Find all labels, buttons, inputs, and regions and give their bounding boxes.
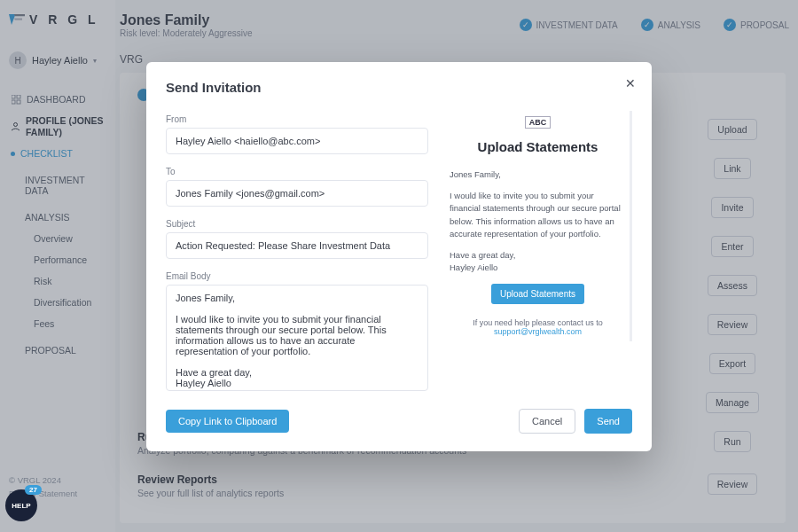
support-text: If you need help please contact us to — [473, 318, 603, 327]
send-button[interactable]: Send — [584, 409, 632, 434]
email-preview: ABC Upload Statements Jones Family, I wo… — [446, 111, 632, 391]
from-field[interactable] — [166, 128, 428, 154]
preview-brand: ABC — [450, 116, 626, 129]
preview-headline: Upload Statements — [450, 139, 626, 156]
from-label: From — [166, 114, 428, 124]
help-fab[interactable]: HELP 27 — [5, 489, 37, 521]
to-label: To — [166, 167, 428, 176]
modal-footer: Copy Link to Clipboard Cancel Send — [166, 409, 632, 434]
invite-form: From To Subject Email Body Jones Family,… — [166, 111, 428, 391]
preview-body: I would like to invite you to submit you… — [450, 190, 626, 240]
preview-signoff: Have a great day, Hayley Aiello — [450, 249, 626, 275]
body-label: Email Body — [166, 271, 428, 281]
help-label: HELP — [12, 502, 30, 510]
to-field[interactable] — [166, 180, 428, 207]
close-icon[interactable]: ✕ — [625, 76, 636, 90]
upload-statements-button[interactable]: Upload Statements — [491, 284, 584, 304]
send-invitation-modal: ✕ Send Invitation From To Subject Email … — [146, 62, 652, 451]
copy-link-button[interactable]: Copy Link to Clipboard — [166, 410, 289, 433]
preview-brand-logo: ABC — [525, 116, 552, 129]
cancel-button[interactable]: Cancel — [519, 409, 575, 434]
preview-support: If you need help please contact us to su… — [450, 318, 626, 336]
subject-label: Subject — [166, 219, 428, 229]
support-email-link[interactable]: support@vrglwealth.com — [494, 327, 582, 336]
subject-field[interactable] — [166, 232, 428, 259]
body-field[interactable]: Jones Family, I would like to invite you… — [166, 285, 428, 391]
help-badge: 27 — [25, 485, 42, 495]
modal-title: Send Invitation — [166, 80, 632, 95]
preview-greeting: Jones Family, — [450, 168, 626, 181]
modal-overlay: ✕ Send Invitation From To Subject Email … — [0, 0, 798, 532]
